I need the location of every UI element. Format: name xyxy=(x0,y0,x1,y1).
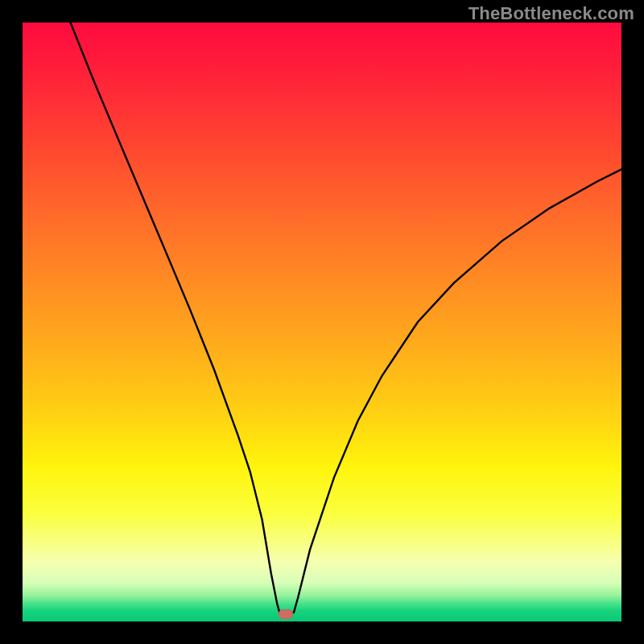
minimum-marker xyxy=(279,609,293,619)
curve-svg xyxy=(23,23,621,621)
plot-area xyxy=(23,23,621,621)
bottleneck-curve-path xyxy=(71,23,622,614)
watermark-label: TheBottleneck.com xyxy=(469,3,634,24)
chart-frame: TheBottleneck.com xyxy=(0,0,644,644)
